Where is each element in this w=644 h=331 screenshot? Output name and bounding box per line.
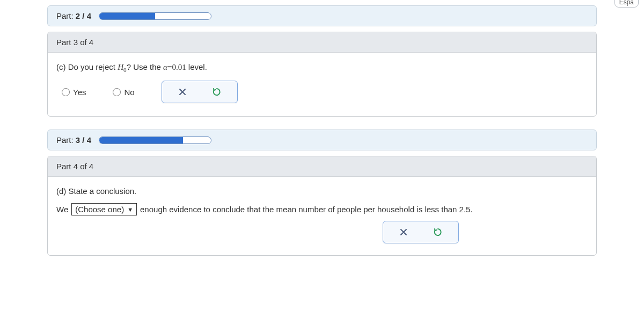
h0-symbol: H0: [118, 63, 126, 71]
part-4-body: (d) State a conclusion. We (Choose one) …: [48, 177, 596, 221]
alpha-value: 0.01: [172, 63, 186, 71]
action-box-c: [162, 81, 238, 103]
part-progress-2: Part: 2 / 4: [47, 5, 597, 26]
choices-row: Yes No: [56, 81, 588, 103]
language-pill[interactable]: Espa: [614, 0, 639, 8]
language-label: Espa: [619, 0, 634, 6]
radio-no[interactable]: No: [113, 88, 134, 97]
progress-fill-3: [99, 137, 183, 143]
conclusion-line: We (Choose one) ▼ enough evidence to con…: [56, 203, 588, 215]
reset-icon: [433, 227, 443, 237]
part-3-body: (c) Do you reject H0? Use the α=0.01 lev…: [48, 53, 596, 116]
select-placeholder: (Choose one): [75, 205, 124, 214]
we-prefix: We: [56, 205, 68, 214]
radio-yes-label: Yes: [73, 88, 86, 97]
clear-button-d[interactable]: [397, 226, 410, 239]
part-3-section: Part 3 of 4 (c) Do you reject H0? Use th…: [47, 32, 597, 117]
part-progress-2-label: Part: 2 / 4: [56, 11, 91, 20]
part-4-section: Part 4 of 4 (d) State a conclusion. We (…: [47, 156, 597, 256]
part-progress-3-label: Part: 3 / 4: [56, 135, 91, 145]
reset-button-d[interactable]: [431, 226, 444, 239]
close-icon: [399, 228, 408, 236]
close-icon: [178, 88, 187, 96]
question-d-label: (d) State a conclusion.: [56, 186, 588, 196]
alpha-symbol: α: [163, 63, 167, 71]
reset-icon: [212, 87, 222, 97]
conclusion-select[interactable]: (Choose one) ▼: [71, 203, 137, 215]
tail-number: 2.5: [459, 205, 471, 214]
part-3-header-text: Part 3 of 4: [56, 38, 93, 47]
part-4-header: Part 4 of 4: [48, 156, 596, 177]
clear-button-c[interactable]: [176, 85, 189, 98]
tail-period: .: [470, 205, 472, 214]
tail-text: enough evidence to conclude that the mea…: [140, 205, 459, 214]
page-container: Part: 2 / 4 Part 3 of 4 (c) Do you rejec…: [0, 5, 644, 256]
label-value-3: 3 / 4: [76, 135, 91, 145]
part-4-header-text: Part 4 of 4: [56, 162, 93, 171]
radio-yes-input[interactable]: [62, 88, 70, 96]
progress-bar-3: [99, 136, 211, 144]
chevron-down-icon: ▼: [127, 206, 133, 213]
label-value: 2 / 4: [76, 11, 91, 20]
question-c-mid: ? Use the: [127, 62, 163, 71]
radio-no-label: No: [124, 88, 134, 97]
bottom-actions-d: [48, 221, 467, 255]
progress-bar-2: [99, 12, 211, 20]
reset-button-c[interactable]: [210, 85, 223, 98]
conclusion-tail: enough evidence to conclude that the mea…: [140, 205, 473, 214]
action-box-d: [383, 221, 459, 243]
question-c: (c) Do you reject H0? Use the α=0.01 lev…: [56, 62, 588, 73]
label-prefix: Part:: [56, 11, 76, 20]
progress-fill-2: [99, 13, 155, 19]
radio-yes[interactable]: Yes: [62, 88, 86, 97]
part-3-header: Part 3 of 4: [48, 32, 596, 53]
question-c-prefix: (c) Do you reject: [56, 62, 118, 71]
part-progress-3: Part: 3 / 4: [47, 129, 597, 150]
label-prefix-3: Part:: [56, 135, 76, 145]
radio-no-input[interactable]: [113, 88, 121, 96]
level-suffix: level.: [186, 62, 207, 71]
